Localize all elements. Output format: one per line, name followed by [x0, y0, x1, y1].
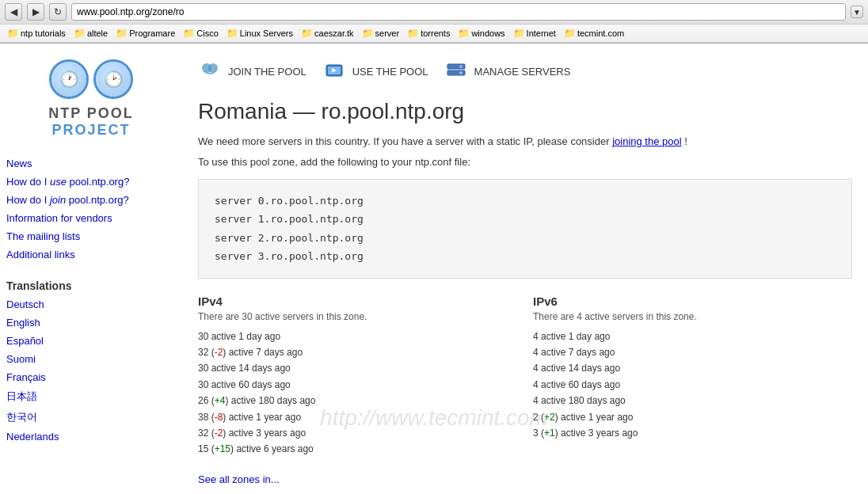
back-button[interactable]: ◀	[5, 3, 22, 21]
config-line-0: server 0.ro.pool.ntp.org	[215, 192, 836, 210]
top-nav: JOIN THE POOL USE THE POOL	[198, 51, 852, 99]
bookmark-tecmint[interactable]: 📁 tecmint.com	[562, 27, 626, 40]
svg-point-7	[459, 65, 463, 68]
folder-icon: 📁	[74, 28, 86, 39]
ipv6-stat-2: 4 active 14 days ago	[533, 360, 852, 376]
ipv6-stat-0: 4 active 1 day ago	[533, 329, 852, 344]
config-line-3: server 3.ro.pool.ntp.org	[215, 247, 836, 265]
folder-icon: 📁	[7, 28, 19, 39]
ipv6-stat-1: 4 active 7 days ago	[533, 344, 852, 360]
lang-deutsch[interactable]: Deutsch	[0, 295, 182, 314]
ipv4-stat-1: 32 (-2) active 7 days ago	[198, 344, 517, 360]
lang-japanese[interactable]: 日本語	[0, 386, 182, 407]
sidebar-nav: News How do I use pool.ntp.org? How do I…	[0, 154, 182, 272]
see-all: See all zones in...	[198, 473, 852, 485]
main-content: JOIN THE POOL USE THE POOL	[182, 44, 868, 494]
ipv4-stat-0: 30 active 1 day ago	[198, 329, 517, 344]
folder-icon: 📁	[564, 28, 576, 39]
dropdown-arrow[interactable]: ▼	[851, 6, 863, 18]
ipv6-zone-desc: There are 4 active servers in this zone.	[533, 311, 852, 322]
lang-suomi[interactable]: Suomi	[0, 350, 182, 368]
ipv6-stat-6: 3 (+1) active 3 years ago	[533, 425, 852, 441]
sidebar-item-links[interactable]: Additional links	[0, 245, 182, 264]
svg-point-8	[459, 71, 463, 74]
config-label: To use this pool zone, add the following…	[198, 154, 852, 170]
svg-point-1	[208, 63, 218, 73]
use-icon	[322, 59, 346, 83]
folder-icon: 📁	[183, 28, 195, 39]
sidebar: 🕐 🕑 NTP POOL PROJECT News How do I use p…	[0, 44, 182, 494]
ipv4-column: IPv4 There are 30 active servers in this…	[198, 294, 517, 458]
ipv4-zone-desc: There are 30 active servers in this zone…	[198, 311, 517, 322]
lang-english[interactable]: English	[0, 314, 182, 332]
page-description: We need more servers in this country. If…	[198, 134, 852, 150]
bookmark-internet[interactable]: 📁 Internet	[511, 27, 558, 40]
lang-korean[interactable]: 한국어	[0, 407, 182, 428]
sidebar-item-news[interactable]: News	[0, 154, 182, 173]
ipv4-stat-2: 30 active 14 days ago	[198, 360, 517, 376]
ipv6-column: IPv6 There are 4 active servers in this …	[533, 294, 852, 458]
browser-toolbar: ◀ ▶ ↻ ▼	[0, 0, 868, 25]
ipv4-heading: IPv4	[198, 294, 517, 308]
manage-icon	[444, 59, 468, 83]
browser-chrome: ◀ ▶ ↻ ▼ 📁 ntp tutorials 📁 altele 📁 Progr…	[0, 0, 868, 44]
folder-icon: 📁	[301, 28, 313, 39]
lang-francais[interactable]: Français	[0, 368, 182, 386]
join-icon	[198, 59, 222, 83]
config-line-2: server 2.ro.pool.ntp.org	[215, 229, 836, 247]
folder-icon: 📁	[116, 28, 128, 39]
address-bar[interactable]	[71, 3, 846, 21]
join-pool-label: JOIN THE POOL	[228, 66, 306, 78]
ntp-logo-text: NTP POOL PROJECT	[48, 105, 134, 139]
sidebar-item-vendors[interactable]: Information for vendors	[0, 209, 182, 227]
page-title: Romania — ro.pool.ntp.org	[198, 99, 852, 124]
ipv4-stat-3: 30 active 60 days ago	[198, 377, 517, 393]
clock-icon-1: 🕐	[49, 59, 89, 99]
forward-button[interactable]: ▶	[27, 3, 44, 21]
config-line-1: server 1.ro.pool.ntp.org	[215, 210, 836, 228]
translations-title: Translations	[0, 272, 182, 295]
bookmark-torrents[interactable]: 📁 torrents	[405, 27, 452, 40]
stats-grid: IPv4 There are 30 active servers in this…	[198, 294, 852, 458]
ipv4-stat-4: 26 (+4) active 180 days ago	[198, 393, 517, 408]
ipv6-stat-4: 4 active 180 days ago	[533, 393, 852, 408]
ipv4-stat-6: 32 (-2) active 3 years ago	[198, 425, 517, 441]
bookmarks-bar: 📁 ntp tutorials 📁 altele 📁 Programare 📁 …	[0, 25, 868, 43]
bookmark-programare[interactable]: 📁 Programare	[113, 27, 177, 40]
bookmark-caeszar[interactable]: 📁 caeszar.tk	[299, 27, 356, 40]
bookmark-windows[interactable]: 📁 windows	[455, 27, 507, 40]
bookmark-linux-servers[interactable]: 📁 Linux Servers	[224, 27, 295, 40]
ipv4-stat-5: 38 (-8) active 1 year ago	[198, 409, 517, 425]
manage-servers-label: MANAGE SERVERS	[474, 66, 571, 78]
sidebar-item-use[interactable]: How do I use pool.ntp.org?	[0, 173, 182, 191]
bookmark-altele[interactable]: 📁 altele	[71, 27, 110, 40]
clock-container: 🕐 🕑	[49, 59, 133, 99]
folder-icon: 📁	[227, 28, 238, 39]
sidebar-item-join[interactable]: How do I join pool.ntp.org?	[0, 191, 182, 209]
bookmark-cisco[interactable]: 📁 Cisco	[181, 27, 221, 40]
folder-icon: 📁	[407, 28, 419, 39]
folder-icon: 📁	[458, 28, 470, 39]
ipv6-stat-3: 4 active 60 days ago	[533, 377, 852, 393]
clock-icon-2: 🕑	[93, 59, 133, 99]
config-box: server 0.ro.pool.ntp.org server 1.ro.poo…	[198, 179, 852, 279]
joining-pool-link[interactable]: joining the pool	[612, 135, 681, 147]
bookmark-ntp-tutorials[interactable]: 📁 ntp tutorials	[5, 27, 68, 40]
ipv4-stat-7: 15 (+15) active 6 years ago	[198, 441, 517, 457]
folder-icon: 📁	[513, 28, 525, 39]
ipv6-heading: IPv6	[533, 294, 852, 308]
folder-icon: 📁	[362, 28, 374, 39]
use-pool-link[interactable]: USE THE POOL	[322, 59, 428, 83]
sidebar-item-mailing[interactable]: The mailing lists	[0, 227, 182, 245]
lang-espanol[interactable]: Español	[0, 332, 182, 350]
reload-button[interactable]: ↻	[49, 3, 67, 21]
manage-servers-link[interactable]: MANAGE SERVERS	[444, 59, 571, 83]
join-pool-link[interactable]: JOIN THE POOL	[198, 59, 306, 83]
sidebar-logo: 🕐 🕑 NTP POOL PROJECT	[0, 51, 182, 154]
use-pool-label: USE THE POOL	[352, 66, 428, 78]
page-wrapper: 🕐 🕑 NTP POOL PROJECT News How do I use p…	[0, 44, 868, 494]
language-nav: Deutsch English Español Suomi Français 日…	[0, 295, 182, 454]
ipv6-stat-5: 2 (+2) active 1 year ago	[533, 409, 852, 425]
bookmark-server[interactable]: 📁 server	[360, 27, 402, 40]
lang-dutch[interactable]: Nederlands	[0, 428, 182, 446]
